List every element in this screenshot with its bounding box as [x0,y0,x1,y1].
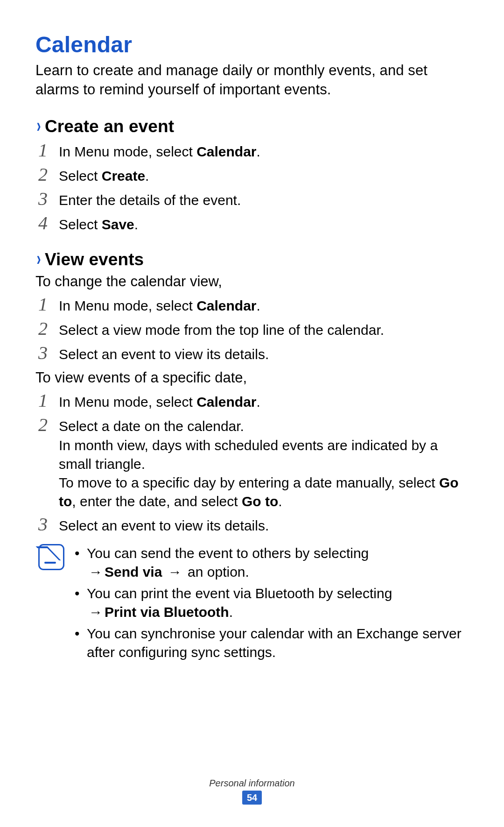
section-intro: To view events of a specific date, [35,368,471,388]
text: . [257,298,260,313]
text: In Menu mode, select [59,144,196,159]
text: In Menu mode, select [59,298,196,313]
text: , enter the date, and select [72,494,242,509]
step-item: 4 Select Save. [38,213,471,234]
note-text: You can send the event to others by sele… [87,544,471,581]
step-number: 2 [38,319,59,339]
step-number: 2 [38,165,59,184]
step-item: 3 Enter the details of the event. [38,189,471,210]
step-number: 3 [38,343,59,363]
step-number: 2 [38,415,59,435]
page-title: Calendar [35,32,471,57]
arrow-icon: → [87,563,105,581]
text: Select [59,168,102,184]
step-number: 1 [38,391,59,410]
section-title: Create an event [45,117,174,136]
text: Select [59,217,102,232]
step-text: Select a view mode from the top line of … [59,319,471,339]
bold-text: Calendar [196,394,256,410]
step-text: Enter the details of the event. [59,189,471,210]
step-number: 4 [38,213,59,233]
page-footer: Personal information 54 [0,778,504,805]
bold-text: Calendar [196,298,256,313]
arrow-icon: → [166,563,184,581]
text: . [134,217,138,232]
step-number: 3 [38,515,59,534]
section-heading-view: › View events [35,247,471,270]
step-text: Select a date on the calendar. In month … [59,415,471,511]
text: To move to a specific day by entering a … [59,475,439,490]
text: . [257,394,260,410]
note-block: • You can send the event to others by se… [38,544,471,665]
bold-text: Create [102,168,145,184]
step-item: 1 In Menu mode, select Calendar. [38,295,471,315]
chevron-icon: › [36,247,41,270]
section-heading-create: › Create an event [35,114,471,137]
step-item: 2 Select a view mode from the top line o… [38,319,471,339]
intro-paragraph: Learn to create and manage daily or mont… [35,61,471,99]
section-title: View events [45,250,144,269]
chevron-icon: › [36,114,41,137]
step-item: 2 Select Create. [38,165,471,185]
step-text: Select an event to view its details. [59,515,471,535]
text: Select a date on the calendar. [59,418,244,434]
bold-text: Calendar [196,144,256,159]
text: In Menu mode, select [59,394,196,410]
step-text: Select Create. [59,165,471,185]
step-item: 1 In Menu mode, select Calendar. [38,391,471,411]
text: You can send the event to others by sele… [87,545,369,561]
bold-text: Send via [105,564,162,580]
step-text: In Menu mode, select Calendar. [59,295,471,315]
bullet-icon: • [75,544,87,581]
step-text: In Menu mode, select Calendar. [59,141,471,161]
step-item: 2 Select a date on the calendar. In mont… [38,415,471,511]
step-item: 3 Select an event to view its details. [38,343,471,364]
text: an option. [184,564,249,580]
page-number-badge: 54 [242,791,262,805]
text: You can print the event via Bluetooth by… [87,586,392,601]
document-page: Calendar Learn to create and manage dail… [0,0,504,827]
section-intro: To change the calendar view, [35,272,471,291]
note-text: You can synchronise your calendar with a… [87,624,471,662]
bold-text: Save [102,217,134,232]
note-text: You can print the event via Bluetooth by… [87,584,471,622]
footer-section-label: Personal information [0,778,504,789]
text: . [145,168,149,184]
note-list: • You can send the event to others by se… [75,544,471,665]
step-text: Select Save. [59,213,471,234]
note-item: • You can print the event via Bluetooth … [75,584,471,622]
note-icon [38,544,64,570]
text: In month view, days with scheduled event… [59,438,438,472]
step-text: In Menu mode, select Calendar. [59,391,471,411]
step-item: 3 Select an event to view its details. [38,515,471,535]
step-number: 1 [38,295,59,314]
bullet-icon: • [75,584,87,622]
bold-text: Go to [242,494,278,509]
bullet-icon: • [75,624,87,662]
arrow-icon: → [87,603,105,622]
text: . [229,604,233,620]
note-item: • You can synchronise your calendar with… [75,624,471,662]
bold-text: Print via Bluetooth [105,604,229,620]
text: . [278,494,282,509]
note-item: • You can send the event to others by se… [75,544,471,581]
step-item: 1 In Menu mode, select Calendar. [38,141,471,161]
step-number: 3 [38,189,59,209]
step-number: 1 [38,141,59,160]
step-text: Select an event to view its details. [59,343,471,364]
text: . [257,144,260,159]
